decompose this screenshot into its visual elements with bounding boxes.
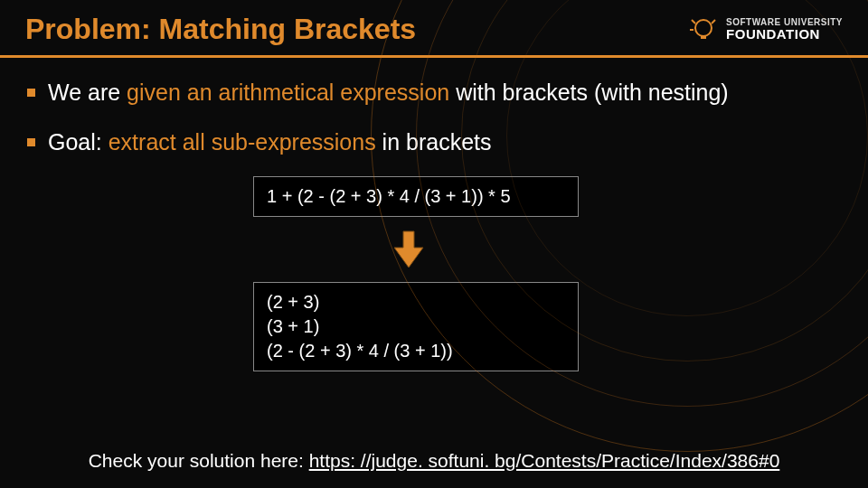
svg-point-0	[695, 20, 712, 36]
bullet-1-highlight: given an arithmetical expression	[127, 80, 449, 105]
solution-link[interactable]: https: //judge. softuni. bg/Contests/Pra…	[309, 450, 780, 471]
input-expression-box: 1 + (2 - (2 + 3) * 4 / (3 + 1)) * 5	[253, 176, 579, 217]
svg-line-2	[692, 20, 695, 23]
bullet-2: Goal: extract all sub-expressions in bra…	[27, 127, 841, 157]
output-expressions-box: (2 + 3) (3 + 1) (2 - (2 + 3) * 4 / (3 + …	[253, 282, 579, 371]
title-bar: Problem: Matching Brackets SOFTWARE UNIV…	[0, 0, 868, 58]
bullet-2-pre: Goal:	[48, 129, 108, 155]
output-line: (2 + 3)	[267, 290, 565, 314]
bullet-icon	[27, 89, 35, 97]
footer-label: Check your solution here:	[89, 450, 309, 471]
footer: Check your solution here: https: //judge…	[0, 450, 868, 472]
lightbulb-icon	[688, 14, 719, 45]
arrow-down-icon	[389, 230, 841, 269]
content: We are given an arithmetical expression …	[0, 58, 868, 371]
bullet-2-post: in brackets	[376, 129, 492, 155]
logo: SOFTWARE UNIVERSITY FOUNDATION	[688, 14, 843, 45]
output-line: (3 + 1)	[267, 314, 565, 339]
bullet-1-post: with brackets (with nesting)	[449, 80, 728, 105]
page-title: Problem: Matching Brackets	[25, 13, 416, 46]
bullet-icon	[27, 138, 35, 146]
bullet-1-pre: We are	[48, 80, 127, 105]
logo-text-bottom: FOUNDATION	[726, 27, 843, 41]
svg-rect-1	[701, 35, 706, 39]
output-line: (2 - (2 + 3) * 4 / (3 + 1))	[267, 339, 565, 363]
svg-marker-5	[394, 231, 423, 267]
svg-line-3	[712, 20, 715, 23]
bullet-2-highlight: extract all sub-expressions	[108, 129, 376, 155]
bullet-1: We are given an arithmetical expression …	[27, 78, 841, 108]
